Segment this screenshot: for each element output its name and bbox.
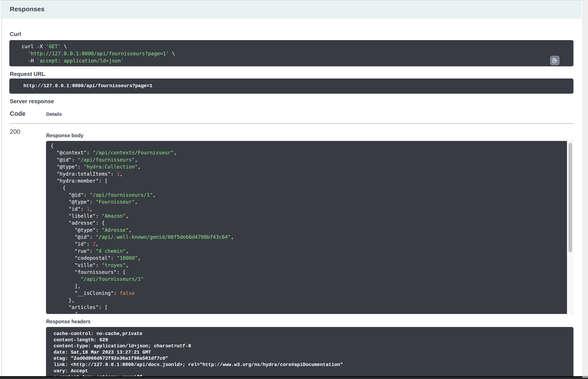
code-column-header: Code <box>10 110 26 117</box>
status-code-200: 200 <box>10 128 20 135</box>
response-body-label: Response body <box>46 133 83 139</box>
request-url-value: http://127.0.0.1:8000/api/fournisseurs?p… <box>23 79 152 94</box>
response-body-json: { "@context": "/api/contexts/Fournisseur… <box>50 142 234 314</box>
server-response-label: Server response <box>10 98 54 105</box>
response-headers-text: cache-control: no-cache,privatecontent-l… <box>54 331 343 379</box>
panel-left-border <box>1 19 2 376</box>
swagger-responses-panel: Responses Curl curl -X 'GET' \ 'http://1… <box>0 0 588 379</box>
copy-curl-button[interactable] <box>550 56 560 65</box>
request-url-block: http://127.0.0.1:8000/api/fournisseurs?p… <box>9 79 573 94</box>
response-headers-label: Response headers <box>46 319 91 325</box>
request-url-label: Request URL <box>10 71 45 78</box>
response-body-scrollbar-track[interactable] <box>567 141 573 314</box>
scrollbar-corner <box>582 376 588 378</box>
bottom-dark-bar <box>0 377 588 379</box>
clipboard-copy-icon <box>552 57 558 63</box>
response-body-scrollbar-thumb[interactable] <box>569 143 572 252</box>
responses-header-bar: Responses <box>0 0 582 19</box>
responses-title: Responses <box>10 5 45 13</box>
details-column-header: Details <box>46 111 62 117</box>
table-header-divider <box>10 123 573 124</box>
response-headers-block: cache-control: no-cache,privatecontent-l… <box>46 327 573 379</box>
curl-command-text: curl -X 'GET' \ 'http://127.0.0.1:8000/a… <box>22 43 175 64</box>
curl-command-block: curl -X 'GET' \ 'http://127.0.0.1:8000/a… <box>9 40 573 66</box>
response-body-block: { "@context": "/api/contexts/Fournisseur… <box>46 141 573 314</box>
page-scrollbar-track[interactable] <box>582 0 588 376</box>
curl-label: Curl <box>10 31 21 37</box>
